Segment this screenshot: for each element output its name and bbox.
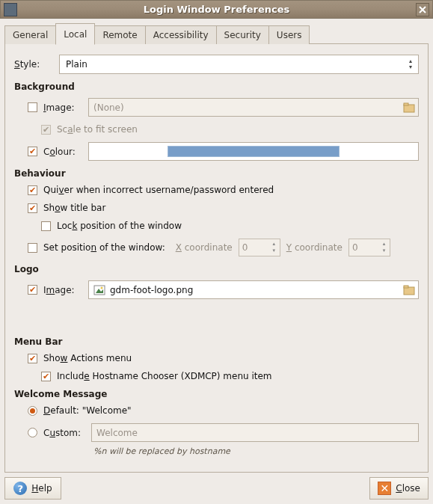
close-x-icon: ✕ (378, 482, 391, 495)
welcome-custom-radio[interactable] (28, 428, 37, 437)
help-icon: ? (13, 482, 27, 495)
lock-label: Lock position of the window (57, 221, 182, 231)
window-menu-icon[interactable] (4, 3, 17, 16)
background-image-row: Image: (None) (14, 98, 419, 117)
setpos-row: Set position of the window: X coordinate… (14, 239, 419, 256)
menubar-title: Menu Bar (14, 336, 419, 347)
background-image-checkbox[interactable] (28, 102, 37, 112)
lock-checkbox[interactable] (41, 221, 51, 231)
setpos-checkbox[interactable] (28, 243, 37, 253)
window-root: Login Window Preferences General Local R… (0, 0, 433, 504)
actions-row: Show Actions menu (14, 353, 419, 363)
close-icon (419, 6, 426, 13)
style-value: Plain (66, 59, 87, 70)
quiver-checkbox[interactable] (28, 185, 37, 195)
window-title: Login Window Preferences (17, 4, 416, 15)
welcome-custom-input[interactable]: Welcome (91, 423, 419, 442)
svg-point-4 (101, 286, 103, 289)
welcome-default-radio[interactable] (28, 406, 37, 416)
help-button[interactable]: ? Help (4, 477, 61, 500)
welcome-title: Welcome Message (14, 389, 419, 399)
xdmcp-checkbox[interactable] (41, 372, 51, 381)
lock-row: Lock position of the window (14, 221, 419, 231)
browse-icon[interactable] (403, 284, 415, 295)
scale-label: Scale to fit screen (57, 124, 138, 135)
button-bar: ? Help ✕ Close (4, 473, 429, 500)
spinner-arrows-icon: ▴▾ (380, 241, 388, 254)
actions-label: Show Actions menu (43, 353, 132, 363)
logo-title: Logo (14, 264, 419, 274)
background-image-label: Image: (43, 102, 82, 113)
welcome-footnote: %n will be replaced by hostname (93, 446, 419, 456)
x-label: X coordinate (176, 242, 233, 253)
close-button[interactable]: ✕ Close (369, 477, 429, 500)
logo-checkbox[interactable] (28, 285, 37, 295)
welcome-default-label: Default: "Welcome" (43, 405, 132, 416)
tab-users[interactable]: Users (268, 25, 310, 44)
welcome-default-row: Default: "Welcome" (14, 405, 419, 416)
tab-remote[interactable]: Remote (94, 25, 145, 44)
quiver-row: Quiver when incorrect username/password … (14, 185, 419, 195)
welcome-custom-label: Custom: (43, 428, 85, 438)
svg-rect-6 (404, 286, 408, 288)
titlebar-checkbox[interactable] (28, 203, 37, 213)
browse-icon[interactable] (403, 102, 415, 113)
scale-checkbox (41, 125, 51, 135)
xdmcp-label: Include Hostname Chooser (XDMCP) menu it… (57, 371, 272, 381)
svg-rect-1 (404, 103, 408, 105)
logo-image-input[interactable]: gdm-foot-logo.png (88, 280, 419, 299)
y-spinner: 0 ▴▾ (348, 239, 390, 256)
style-select[interactable]: Plain ▴▾ (59, 55, 419, 74)
spinner-arrows-icon: ▴▾ (270, 241, 278, 254)
colour-checkbox[interactable] (28, 147, 37, 156)
colour-row: Colour: (14, 142, 419, 161)
xdmcp-row: Include Hostname Chooser (XDMCP) menu it… (14, 371, 419, 381)
window-close-button[interactable] (416, 3, 429, 16)
welcome-custom-row: Custom: Welcome (14, 423, 419, 442)
colour-swatch (168, 146, 340, 157)
image-file-icon (93, 285, 105, 295)
background-title: Background (14, 82, 419, 92)
logo-image-row: Image: gdm-foot-logo.png (14, 280, 419, 299)
titlebar-label: Show title bar (43, 203, 105, 213)
close-button-label: Close (396, 483, 420, 494)
behaviour-title: Behaviour (14, 168, 419, 179)
y-value: 0 (352, 242, 358, 253)
x-spinner: 0 ▴▾ (239, 239, 280, 256)
titlebar-row: Show title bar (14, 203, 419, 213)
logo-image-label: Image: (43, 285, 82, 295)
actions-checkbox[interactable] (28, 354, 37, 363)
select-arrows-icon: ▴▾ (406, 58, 415, 71)
scale-row: Scale to fit screen (14, 124, 419, 135)
setpos-label: Set position of the window: (43, 242, 165, 253)
x-value: 0 (242, 242, 248, 253)
help-button-label: Help (31, 483, 52, 494)
tab-accessibility[interactable]: Accessibility (145, 25, 217, 44)
welcome-custom-placeholder: Welcome (96, 428, 138, 438)
style-row: Style: Plain ▴▾ (14, 55, 419, 74)
style-label: Style: (14, 59, 53, 70)
titlebar[interactable]: Login Window Preferences (0, 0, 433, 19)
logo-image-value: gdm-foot-logo.png (110, 285, 193, 295)
background-image-placeholder: (None) (93, 102, 124, 113)
tab-security[interactable]: Security (216, 25, 269, 44)
quiver-label: Quiver when incorrect username/password … (43, 185, 274, 195)
tab-general[interactable]: General (4, 25, 56, 44)
colour-label: Colour: (43, 147, 82, 157)
tabstrip: General Local Remote Accessibility Secur… (4, 23, 429, 44)
colour-button[interactable] (88, 142, 419, 161)
tabpanel-local: Style: Plain ▴▾ Background Image: (None) (4, 43, 429, 473)
y-label: Y coordinate (286, 242, 343, 253)
tab-local[interactable]: Local (55, 23, 95, 45)
content-area: General Local Remote Accessibility Secur… (0, 19, 433, 504)
background-image-input[interactable]: (None) (88, 98, 419, 117)
